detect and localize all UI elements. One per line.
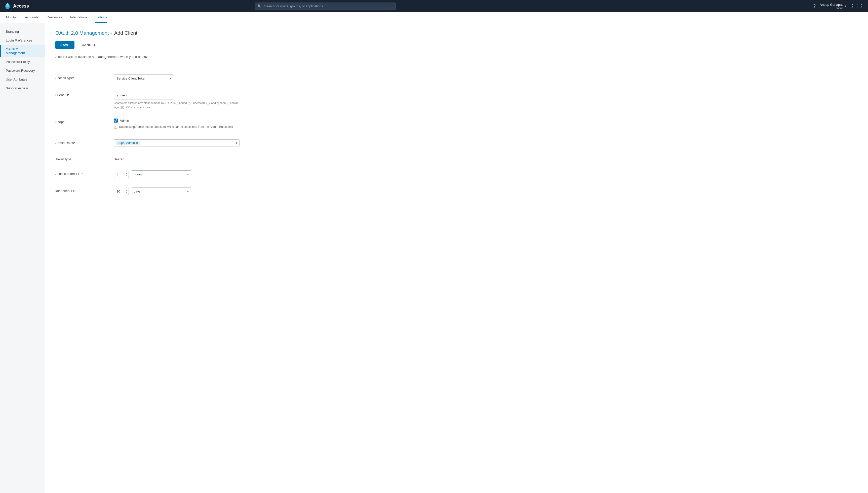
access-token-ttl-unit-wrapper: hours days minutes bbox=[131, 170, 191, 178]
sidebar-item-login-preferences[interactable]: Login Preferences bbox=[0, 36, 45, 45]
apps-grid-icon[interactable]: ⋮⋮⋮ bbox=[850, 3, 864, 9]
sidebar-item-password-policy[interactable]: Password Policy bbox=[0, 57, 45, 66]
user-name: Anoop Garlapati bbox=[820, 3, 843, 6]
token-type-label: Token type bbox=[55, 156, 106, 161]
token-type-control: Bearer bbox=[114, 156, 240, 161]
idle-token-ttl-down[interactable]: ▼ bbox=[125, 192, 128, 194]
breadcrumb-current: Add Client bbox=[114, 30, 137, 36]
nav-settings[interactable]: Settings bbox=[95, 12, 107, 23]
idle-token-ttl-spin: ▲ ▼ bbox=[125, 189, 128, 194]
cancel-button[interactable]: CANCEL bbox=[77, 41, 100, 49]
access-type-control: Service Client Token Authorization Code … bbox=[114, 74, 240, 82]
super-admin-tag-label: Super Admin bbox=[117, 141, 135, 145]
search-icon: 🔍 bbox=[258, 4, 261, 8]
add-client-form: Access type* Service Client Token Author… bbox=[55, 70, 858, 200]
client-id-input[interactable] bbox=[114, 92, 174, 100]
scope-admin-label: Admin bbox=[120, 119, 129, 123]
sidebar-item-support-access[interactable]: Support Access bbox=[0, 84, 45, 93]
save-button[interactable]: SAVE bbox=[55, 41, 74, 49]
breadcrumb-parent[interactable]: OAuth 2.0 Management bbox=[55, 30, 109, 36]
access-token-ttl-number-wrap: ▲ ▼ bbox=[114, 171, 129, 178]
admin-roles-row: Admin Roles* Super Admin ✕ ▾ bbox=[55, 135, 858, 151]
nav-accounts[interactable]: Accounts bbox=[25, 12, 38, 23]
idle-token-ttl-unit-wrapper: days hours minutes bbox=[131, 188, 191, 195]
admin-roles-control: Super Admin ✕ ▾ bbox=[114, 140, 240, 147]
logo-area: Access bbox=[4, 2, 44, 9]
super-admin-tag: Super Admin ✕ bbox=[116, 141, 140, 145]
access-token-ttl-up[interactable]: ▲ bbox=[125, 172, 128, 174]
top-bar: Access 🔍 ? Anoop Garlapati anoop ▾ ⋮⋮⋮ bbox=[0, 0, 868, 12]
chevron-down-icon: ▾ bbox=[845, 4, 846, 8]
idle-token-ttl-unit-select[interactable]: days hours minutes bbox=[131, 188, 191, 195]
sidebar: Branding Login Preferences OAuth 2.0 Man… bbox=[0, 23, 45, 493]
access-token-ttl-label: Access token TTL * bbox=[55, 170, 106, 176]
access-token-ttl-required: * bbox=[81, 172, 84, 176]
idle-token-ttl-row: Idle token TTL ▲ ▼ days bbox=[55, 183, 858, 200]
idle-token-ttl-control: ▲ ▼ days hours minutes bbox=[114, 188, 240, 195]
sidebar-item-password-recovery[interactable]: Password Recovery bbox=[0, 66, 45, 75]
access-type-label: Access type* bbox=[55, 74, 106, 80]
admin-roles-label: Admin Roles* bbox=[55, 140, 106, 145]
nav-resources[interactable]: Resources bbox=[47, 12, 62, 23]
svg-point-2 bbox=[7, 3, 8, 5]
access-type-row: Access type* Service Client Token Author… bbox=[55, 70, 858, 87]
scope-checkbox-row: Admin bbox=[114, 119, 240, 123]
main-content: OAuth 2.0 Management › Add Client SAVE C… bbox=[45, 23, 868, 493]
admin-roles-dropdown-icon: ▾ bbox=[236, 141, 237, 145]
scope-label: Scope bbox=[55, 119, 106, 124]
nav-integrations[interactable]: Integrations bbox=[70, 12, 87, 23]
access-token-ttl-row: Access token TTL * ▲ ▼ h bbox=[55, 166, 858, 183]
super-admin-tag-close[interactable]: ✕ bbox=[136, 142, 138, 145]
access-token-ttl-control: ▲ ▼ hours days minutes bbox=[114, 170, 240, 178]
scope-control: Admin ⚠ Unchecking Admin scope checkbox … bbox=[114, 119, 240, 130]
app-title: Access bbox=[13, 3, 29, 9]
admin-roles-required: * bbox=[74, 141, 75, 145]
admin-roles-select[interactable]: Super Admin ✕ ▾ bbox=[114, 140, 240, 147]
access-token-ttl-down[interactable]: ▼ bbox=[125, 174, 128, 177]
user-menu[interactable]: Anoop Garlapati anoop ▾ bbox=[820, 3, 846, 9]
secondary-nav: Monitor Accounts Resources Integrations … bbox=[0, 12, 868, 23]
breadcrumb-separator: › bbox=[111, 31, 112, 36]
token-type-row: Token type Bearer bbox=[55, 151, 858, 166]
search-bar-area: 🔍 bbox=[255, 2, 396, 10]
action-bar: SAVE CANCEL bbox=[55, 41, 858, 49]
access-type-select[interactable]: Service Client Token Authorization Code … bbox=[114, 74, 174, 82]
page-layout: Branding Login Preferences OAuth 2.0 Man… bbox=[0, 23, 868, 493]
warning-icon: ⚠ bbox=[114, 125, 117, 130]
access-type-select-wrapper: Service Client Token Authorization Code … bbox=[114, 74, 174, 82]
idle-token-ttl-label: Idle token TTL bbox=[55, 188, 106, 193]
sidebar-item-branding[interactable]: Branding bbox=[0, 27, 45, 36]
sidebar-item-user-attributes[interactable]: User Attributes bbox=[0, 75, 45, 84]
idle-token-ttl-up[interactable]: ▲ bbox=[125, 189, 128, 192]
client-id-label: Client ID* bbox=[55, 92, 106, 97]
scope-row: Scope Admin ⚠ Unchecking Admin scope che… bbox=[55, 114, 858, 135]
client-id-control: Characters allowed are: alphanumeric (A-… bbox=[114, 92, 240, 109]
access-type-required: * bbox=[73, 76, 74, 80]
help-icon[interactable]: ? bbox=[813, 3, 816, 9]
user-sub: anoop bbox=[820, 6, 843, 9]
access-token-ttl-spin: ▲ ▼ bbox=[125, 172, 128, 177]
access-token-ttl-group: ▲ ▼ hours days minutes bbox=[114, 170, 240, 178]
scope-warning-text: Unchecking Admin scope checkbox will cle… bbox=[119, 125, 233, 129]
client-id-required: * bbox=[68, 93, 69, 97]
search-input[interactable] bbox=[255, 2, 396, 10]
token-type-value: Bearer bbox=[114, 156, 240, 161]
sidebar-item-oauth[interactable]: OAuth 2.0 Management bbox=[0, 45, 45, 57]
client-id-hint: Characters allowed are: alphanumeric (A-… bbox=[114, 101, 240, 109]
scope-warning: ⚠ Unchecking Admin scope checkbox will c… bbox=[114, 125, 240, 130]
breadcrumb: OAuth 2.0 Management › Add Client bbox=[55, 30, 858, 36]
scope-admin-checkbox[interactable] bbox=[114, 119, 118, 123]
access-token-ttl-unit-select[interactable]: hours days minutes bbox=[131, 170, 191, 178]
app-logo-icon bbox=[4, 2, 11, 9]
nav-monitor[interactable]: Monitor bbox=[6, 12, 17, 23]
client-id-row: Client ID* Characters allowed are: alpha… bbox=[55, 87, 858, 114]
idle-token-ttl-number-wrap: ▲ ▼ bbox=[114, 188, 129, 195]
info-message: A secret will be available and autogener… bbox=[55, 55, 858, 63]
top-right-controls: ? Anoop Garlapati anoop ▾ ⋮⋮⋮ bbox=[813, 3, 864, 9]
idle-token-ttl-group: ▲ ▼ days hours minutes bbox=[114, 188, 240, 195]
